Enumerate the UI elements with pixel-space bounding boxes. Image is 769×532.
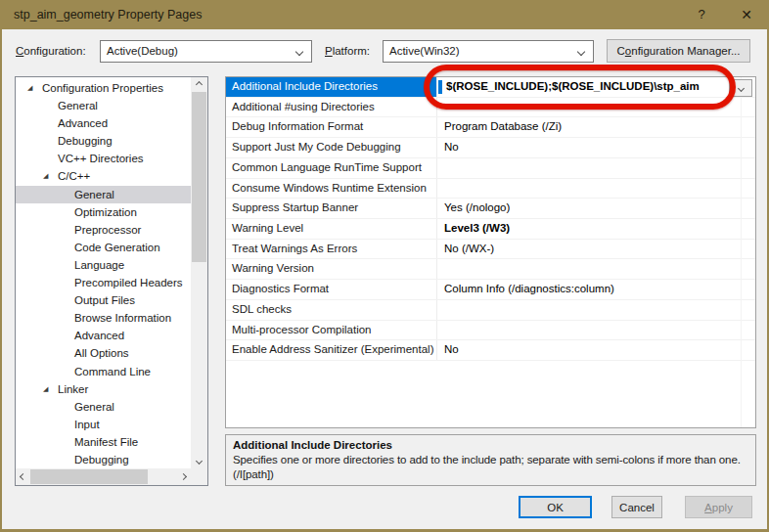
property-value[interactable]: [436, 321, 755, 340]
tree-item-command-line[interactable]: Command Line: [16, 363, 191, 380]
scroll-right-icon[interactable]: [176, 469, 191, 484]
property-value[interactable]: Level3 (/W3): [436, 219, 755, 239]
property-row-sdl-checks[interactable]: SDL checks: [226, 300, 755, 321]
property-name[interactable]: Multi-processor Compilation: [226, 321, 436, 340]
tree-item-advanced[interactable]: Advanced: [16, 327, 191, 344]
property-row-enable-address-sanitizer-experimental[interactable]: Enable Address Sanitizer (Experimental)N…: [226, 340, 755, 361]
tree-item-precompiled-headers[interactable]: Precompiled Headers: [16, 274, 191, 291]
property-value[interactable]: [436, 158, 755, 178]
tree-item-linker[interactable]: ◢Linker: [16, 380, 191, 398]
scroll-left-icon[interactable]: [16, 469, 30, 484]
property-row-warning-level[interactable]: Warning LevelLevel3 (/W3): [226, 219, 755, 240]
property-pages-dialog: stp_aim_geometry Property Pages ? ✕ Conf…: [0, 0, 769, 532]
property-row-debug-information-format[interactable]: Debug Information FormatProgram Database…: [226, 117, 755, 138]
tree-item-manifest-file[interactable]: Manifest File: [16, 433, 191, 451]
scroll-down-icon[interactable]: [191, 454, 207, 468]
property-name[interactable]: Treat Warnings As Errors: [226, 240, 436, 259]
tree-item-c-c[interactable]: ◢C/C++: [16, 167, 191, 185]
tree-item-general[interactable]: General: [16, 97, 191, 114]
tree-item-label: C/C++: [58, 170, 90, 182]
tree-item-language[interactable]: Language: [16, 256, 191, 274]
tree-item-label: Configuration Properties: [42, 82, 163, 94]
property-value[interactable]: No: [436, 138, 755, 157]
tree-item-label: Advanced: [74, 330, 124, 341]
vertical-scroll-thumb[interactable]: [192, 92, 206, 262]
configuration-label: Configuration:: [16, 40, 86, 63]
tree-item-list: ◢Configuration PropertiesGeneralAdvanced…: [16, 79, 191, 468]
property-name[interactable]: Warning Version: [226, 259, 436, 279]
tree-item-label: Code Generation: [74, 242, 160, 253]
tree-item-label: Manifest File: [74, 436, 138, 448]
property-row-diagnostics-format[interactable]: Diagnostics FormatColumn Info (/diagnost…: [226, 280, 755, 300]
tree-item-code-generation[interactable]: Code Generation: [16, 239, 191, 256]
property-value[interactable]: Yes (/nologo): [436, 199, 755, 218]
help-icon[interactable]: ?: [685, 0, 718, 29]
property-value[interactable]: [436, 300, 755, 320]
tree-item-debugging[interactable]: Debugging: [16, 451, 191, 468]
property-value[interactable]: [436, 179, 755, 199]
property-value[interactable]: Column Info (/diagnostics:column): [436, 280, 755, 299]
property-row-warning-version[interactable]: Warning Version: [226, 259, 755, 280]
tree-item-preprocessor[interactable]: Preprocessor: [16, 221, 191, 239]
scroll-up-icon[interactable]: [191, 77, 207, 92]
apply-button[interactable]: Apply: [685, 496, 752, 518]
tree-item-label: Debugging: [58, 135, 113, 147]
tree-item-output-files[interactable]: Output Files: [16, 291, 191, 309]
property-description-panel: Additional Include Directories Specifies…: [225, 434, 756, 486]
property-row-consume-windows-runtime-extension[interactable]: Consume Windows Runtime Extension: [226, 179, 755, 200]
tree-expand-icon[interactable]: ◢: [43, 380, 48, 398]
property-row-list: Additional Include Directories$(ROSE_INC…: [226, 77, 755, 361]
property-value[interactable]: Program Database (/Zi): [436, 117, 755, 137]
tree-item-general[interactable]: General: [16, 398, 191, 416]
platform-select[interactable]: Active(Win32): [383, 40, 594, 63]
property-row-multi-processor-compilation[interactable]: Multi-processor Compilation: [226, 321, 755, 341]
tree-vertical-scrollbar[interactable]: [191, 77, 207, 468]
tree-expand-icon[interactable]: ◢: [43, 167, 48, 185]
title-bar: stp_aim_geometry Property Pages ? ✕: [0, 0, 769, 29]
tree-item-all-options[interactable]: All Options: [16, 344, 191, 362]
property-value[interactable]: $(ROSE_INCLUDE);$(ROSE_INCLUDE)\stp_aim: [436, 77, 755, 97]
configuration-manager-button[interactable]: Configuration Manager...: [607, 39, 750, 63]
value-dropdown-button[interactable]: [729, 79, 752, 97]
property-value[interactable]: No: [436, 340, 755, 360]
tree-item-label: VC++ Directories: [58, 153, 144, 164]
property-row-treat-warnings-as-errors[interactable]: Treat Warnings As ErrorsNo (/WX-): [226, 240, 755, 260]
property-name[interactable]: Enable Address Sanitizer (Experimental): [226, 340, 436, 360]
tree-item-optimization[interactable]: Optimization: [16, 203, 191, 221]
description-text-line1: Specifies one or more directories to add…: [233, 453, 748, 467]
property-name[interactable]: Additional Include Directories: [226, 77, 436, 97]
property-row-additional-using-directories[interactable]: Additional #using Directories: [226, 98, 755, 118]
tree-item-label: Browse Information: [74, 312, 171, 324]
property-name[interactable]: SDL checks: [226, 300, 436, 320]
tree-item-general[interactable]: General: [16, 186, 191, 203]
horizontal-scroll-thumb[interactable]: [30, 469, 148, 484]
property-row-additional-include-directories[interactable]: Additional Include Directories$(ROSE_INC…: [226, 77, 755, 98]
tree-item-label: Output Files: [74, 294, 135, 306]
tree-item-debugging[interactable]: Debugging: [16, 132, 191, 150]
property-row-suppress-startup-banner[interactable]: Suppress Startup BannerYes (/nologo): [226, 199, 755, 219]
property-value[interactable]: [436, 98, 755, 117]
tree-expand-icon[interactable]: ◢: [27, 79, 32, 97]
property-name[interactable]: Additional #using Directories: [226, 98, 436, 117]
property-name[interactable]: Common Language RunTime Support: [226, 158, 436, 178]
property-name[interactable]: Support Just My Code Debugging: [226, 138, 436, 157]
property-row-common-language-runtime-support[interactable]: Common Language RunTime Support: [226, 158, 755, 179]
close-icon[interactable]: ✕: [730, 0, 763, 29]
property-name[interactable]: Diagnostics Format: [226, 280, 436, 299]
tree-item-advanced[interactable]: Advanced: [16, 114, 191, 132]
tree-item-vc-directories[interactable]: VC++ Directories: [16, 150, 191, 167]
tree-horizontal-scrollbar[interactable]: [16, 468, 191, 485]
property-row-support-just-my-code-debugging[interactable]: Support Just My Code DebuggingNo: [226, 138, 755, 158]
property-value[interactable]: No (/WX-): [436, 240, 755, 259]
configuration-select[interactable]: Active(Debug): [100, 40, 312, 63]
property-name[interactable]: Consume Windows Runtime Extension: [226, 179, 436, 199]
tree-item-browse-information[interactable]: Browse Information: [16, 309, 191, 327]
cancel-button[interactable]: Cancel: [611, 496, 662, 518]
property-name[interactable]: Suppress Startup Banner: [226, 199, 436, 218]
property-name[interactable]: Debug Information Format: [226, 117, 436, 137]
ok-button[interactable]: OK: [519, 496, 592, 518]
tree-item-input[interactable]: Input: [16, 416, 191, 433]
property-name[interactable]: Warning Level: [226, 219, 436, 239]
property-value[interactable]: [436, 259, 755, 279]
tree-item-configuration-properties[interactable]: ◢Configuration Properties: [16, 79, 191, 97]
